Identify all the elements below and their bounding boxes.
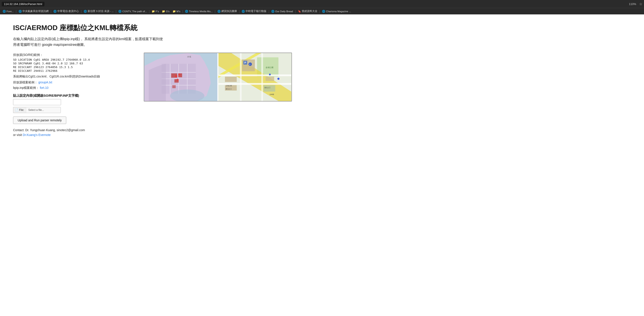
example-section: 排放源(SO/RE)範例： SO LOCATION Cg01 AREA 2961… [13, 53, 135, 72]
contact-info: Contact: Dr. Yungchuan Kuang, sinotec2@g… [13, 128, 135, 132]
separator-4: | [116, 10, 116, 13]
bookmark-quicklib-icon: 🌐 [218, 10, 221, 13]
bookmark-star-icon[interactable]: ☆ [639, 2, 642, 6]
browser-chrome: 114.32.164.198/iscParser.html 110% ☆ 🌐 F… [0, 0, 644, 15]
svg-rect-12 [172, 85, 176, 88]
bookmarks-bar: 🌐 Fore... | 🌐 中央氣象局全球資訊網 | 🌐 中華電信-會員中心 |… [0, 8, 644, 15]
svg-point-15 [176, 79, 179, 81]
bookmark-fs-icon: 📁 [152, 10, 155, 13]
separator-5: | [149, 10, 150, 13]
svg-point-34 [248, 62, 252, 66]
svg-rect-23 [218, 74, 291, 76]
separator-3: | [81, 10, 82, 13]
svg-text:土地公廟: 土地公廟 [226, 85, 232, 86]
right-panel: 水域 金城公園 [144, 53, 292, 101]
example-line-1: SO LOCATION Cg01 AREA 296192.7 2764060.0… [13, 58, 135, 61]
svg-text:P: P [244, 61, 246, 64]
svg-text:新北土工: 新北土工 [264, 87, 270, 88]
bookmark-cht[interactable]: 🌐 中華電信-會員中心 [52, 9, 80, 13]
bookmark-timeless[interactable]: 🌐 Timeless Media Mu... [184, 9, 214, 13]
bookmark-chinatimes-icon: 🌐 [242, 10, 245, 13]
bookmark-gs-label: G's [166, 10, 170, 13]
bookmark-charisma[interactable]: 🌐 Charisma Magazine ... [321, 9, 352, 13]
svg-rect-28 [225, 77, 237, 82]
bpip-example-link[interactable]: fort.10 [40, 86, 48, 89]
example-line-2: SO SRCPARAM Cg01 3.46E-04 2.0 12 166.7 6… [13, 62, 135, 65]
bookmark-weather[interactable]: 🌐 中央氣象局全球資訊網 [17, 9, 50, 13]
bookmark-cgntv[interactable]: 🌐 CGNTV, The path of... [117, 9, 148, 13]
bookmark-ms-label: M's [176, 10, 180, 13]
svg-point-36 [277, 78, 280, 80]
bookmark-fore-icon: 🌐 [2, 10, 6, 13]
bookmark-quicklib-label: 網頁快訊圖庫 [221, 10, 237, 13]
upload-run-button[interactable]: Upload and Run parser remotely [13, 116, 66, 124]
svg-rect-25 [240, 53, 242, 101]
map-right-svg: 金城公園 [218, 53, 292, 101]
bookmark-mail[interactable]: 🌐 新信匣 9 封信 未讀 - ... [82, 9, 115, 13]
visit-line: or visit Dr.Kuang's Evernote [13, 133, 135, 137]
file-input-row: 📄 File: Select a file... [13, 107, 135, 113]
bookmark-mail-icon: 🌐 [84, 10, 87, 13]
file-placeholder-label[interactable]: Select a file... [26, 107, 61, 113]
file-example-link[interactable]: groupA.txt [38, 81, 52, 84]
svg-rect-24 [218, 83, 291, 85]
example-line-4: RE DISCCART 294911 2762966 [13, 69, 135, 72]
bookmark-chinatimes-label: 中時電子報行動版 [246, 10, 266, 13]
bookmark-fore[interactable]: 🌐 Fore... [1, 9, 15, 13]
file-icon: 📄 [15, 108, 18, 111]
separator: | [16, 10, 16, 13]
map-right: 金城公園 [218, 53, 292, 101]
separator-10: | [295, 10, 296, 13]
map-left: 水域 [144, 53, 218, 101]
address-bar: 114.32.164.198/iscParser.html 110% ☆ [0, 0, 644, 8]
bookmark-mail-label: 新信匣 9 封信 未讀 - ... [88, 10, 114, 13]
bookmark-fs[interactable]: 📁 F's [150, 9, 160, 13]
file-button-label: File: [19, 108, 24, 111]
example-line-3: RE DISCCART 296123 2764056 15.3 1.5 [13, 65, 135, 69]
svg-point-37 [269, 74, 271, 75]
bookmark-cht-icon: 🌐 [54, 10, 57, 13]
bookmark-weather-label: 中央氣象局全球資訊網 [22, 10, 48, 13]
bookmark-timeless-label: Timeless Media Mu... [189, 10, 213, 13]
separator-2: | [50, 10, 52, 13]
content-text-input[interactable] [13, 99, 61, 105]
bookmark-fs-label: F's [156, 10, 159, 13]
url-display[interactable]: 114.32.164.198/iscParser.html [2, 2, 44, 6]
separator-9: | [268, 10, 269, 13]
file-example-row: 排放源檔案範例： groupA.txt [13, 80, 135, 85]
svg-text:新北土工: 新北土工 [226, 88, 232, 90]
map-left-svg: 水域 [144, 53, 218, 101]
separator-7: | [214, 10, 216, 13]
url-host: 114.32.164.198 [4, 3, 24, 6]
bookmark-ms[interactable]: 📁 M's [171, 9, 182, 13]
bookmark-weather-icon: 🌐 [18, 10, 22, 13]
map-container: 水域 金城公園 [144, 53, 292, 101]
bookmark-odb[interactable]: 🌐 Our Daily Bread [270, 9, 294, 13]
bookmark-odb-label: Our Daily Bread [275, 10, 293, 13]
bookmark-chinatimes[interactable]: 🌐 中時電子報行動版 [240, 9, 268, 13]
svg-point-14 [178, 73, 180, 76]
separator-11: | [320, 10, 320, 13]
file-button[interactable]: 📄 File: [13, 107, 26, 113]
bookmark-bible[interactable]: 🔖 查經資料大全 [296, 9, 319, 13]
bookmark-charisma-label: Charisma Magazine ... [326, 10, 351, 13]
url-path: /iscParser.html [24, 3, 42, 6]
separator-6: | [182, 10, 183, 13]
svg-text:金城公園: 金城公園 [266, 66, 274, 69]
bookmark-gs-icon: 📁 [162, 10, 165, 13]
visit-link[interactable]: Dr.Kuang's Evernote [23, 133, 50, 137]
output-note: 系統將輸出Cg01.csv.kml、Cg01R.csv.kml到您的Downlo… [13, 74, 135, 79]
file-example-label: 排放源檔案範例： [13, 81, 38, 84]
bookmark-gs[interactable]: 📁 G's [160, 9, 171, 13]
bookmark-bible-label: 查經資料大全 [302, 10, 318, 13]
left-panel: 排放源(SO/RE)範例： SO LOCATION Cg01 AREA 2961… [13, 53, 135, 137]
bookmark-bible-icon: 🔖 [298, 10, 301, 13]
separator-8: | [239, 10, 240, 13]
bookmark-odb-icon: 🌐 [271, 10, 274, 13]
bookmark-fore-label: Fore... [6, 10, 14, 13]
page-content: ISC/AERMOD 座標點位之KML轉檔系統 在輸入欄內貼上設定內容(或上傳b… [0, 15, 305, 145]
bookmark-quicklib[interactable]: 🌐 網頁快訊圖庫 [216, 9, 238, 13]
bookmark-cgntv-label: CGNTV, The path of... [122, 10, 147, 13]
svg-text:台88號: 台88號 [270, 94, 274, 95]
bpip-example-label: bpip.inp檔案範例： [13, 86, 39, 89]
